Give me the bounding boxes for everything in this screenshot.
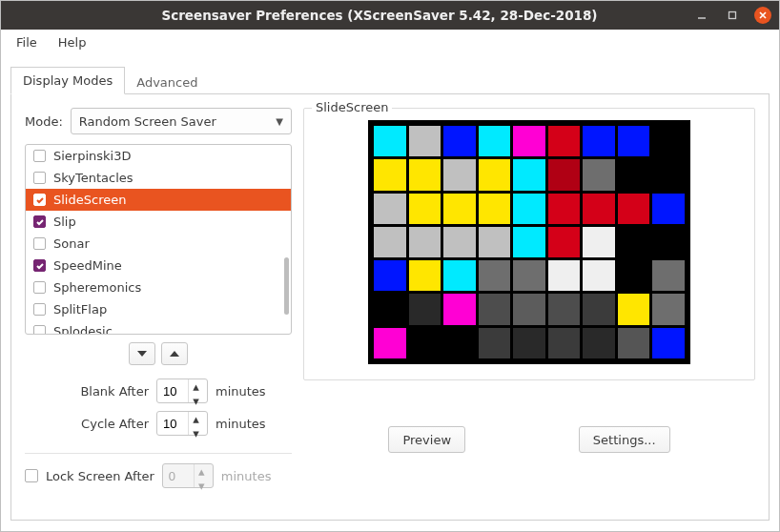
preview-tile (374, 294, 406, 324)
list-item-checkbox[interactable] (33, 325, 46, 334)
divider (25, 453, 292, 454)
blank-after-row: Blank After ▴▾ minutes (25, 379, 292, 403)
list-item-label: Slip (53, 215, 76, 229)
spin-down-icon[interactable]: ▾ (189, 426, 203, 440)
cycle-after-input[interactable] (157, 412, 188, 435)
preview-tile (652, 159, 685, 190)
list-item[interactable]: SlideScreen (26, 189, 291, 211)
menubar: File Help (1, 30, 779, 56)
preview-tile (652, 126, 685, 156)
menu-help[interactable]: Help (49, 31, 96, 53)
preview-tile (618, 159, 650, 190)
left-column: Mode: Random Screen Saver ▼ Sierpinski3D… (25, 108, 292, 510)
lock-screen-row: Lock Screen After ▴▾ minutes (25, 463, 292, 488)
preview-tile (583, 126, 615, 156)
blank-after-units: minutes (216, 384, 266, 399)
lock-screen-checkbox[interactable] (25, 469, 38, 482)
window-title: Screensaver Preferences (XScreenSaver 5.… (66, 8, 693, 23)
preview-tile (374, 260, 406, 291)
list-item[interactable]: Splodesic (26, 320, 291, 334)
lock-screen-spinner: ▴▾ (162, 463, 214, 488)
preview-tile (409, 328, 441, 358)
list-item[interactable]: SpeedMine (26, 255, 291, 276)
tab-content: Mode: Random Screen Saver ▼ Sierpinski3D… (10, 93, 770, 521)
blank-after-spinner[interactable]: ▴▾ (156, 379, 208, 403)
preview-tile (374, 194, 406, 224)
cycle-after-label: Cycle After (25, 417, 149, 431)
list-item[interactable]: Sierpinski3D (26, 145, 291, 167)
list-item-label: SpeedMine (53, 258, 122, 273)
list-item-checkbox[interactable] (33, 237, 46, 250)
svg-rect-1 (729, 12, 736, 19)
close-button[interactable] (754, 7, 771, 24)
preview-tile (443, 227, 476, 257)
blank-after-input[interactable] (157, 379, 188, 402)
spin-up-icon[interactable]: ▴ (189, 412, 203, 426)
preview-tile (618, 260, 650, 291)
spin-down-icon[interactable]: ▾ (189, 394, 203, 408)
screensaver-list[interactable]: Sierpinski3DSkyTentaclesSlideScreenSlipS… (25, 144, 292, 335)
list-item[interactable]: Sonar (26, 233, 291, 255)
list-item-checkbox[interactable] (33, 281, 46, 294)
mode-value: Random Screen Saver (79, 114, 216, 129)
list-item[interactable]: Slip (26, 211, 291, 233)
preview-tile (548, 328, 581, 358)
preview-tile (374, 126, 406, 156)
preview-tile (618, 328, 650, 358)
preview-tile (479, 294, 511, 324)
preview-tile (443, 328, 476, 358)
minimize-button[interactable] (693, 7, 710, 24)
menu-file[interactable]: File (7, 31, 47, 53)
tab-display-modes[interactable]: Display Modes (10, 67, 125, 94)
tab-advanced[interactable]: Advanced (125, 70, 209, 94)
spin-up-icon: ▴ (195, 464, 209, 479)
list-item-checkbox[interactable] (33, 194, 46, 206)
list-item-checkbox[interactable] (33, 215, 46, 228)
preview-thumbnail (368, 120, 690, 364)
preview-tile (513, 227, 545, 257)
mode-label: Mode: (25, 114, 63, 129)
preview-tile (548, 194, 581, 224)
list-item[interactable]: Spheremonics (26, 276, 291, 298)
list-item[interactable]: SkyTentacles (26, 167, 291, 189)
list-item-label: SplitFlap (53, 302, 107, 317)
preview-buttons: Preview Settings... (303, 426, 755, 453)
reorder-controls (25, 342, 292, 365)
lock-screen-units: minutes (221, 469, 272, 483)
preview-title: SlideScreen (312, 100, 392, 114)
preview-tile (374, 227, 406, 257)
list-item-checkbox[interactable] (33, 303, 46, 316)
preview-tile (409, 227, 441, 257)
preview-tile (443, 126, 476, 156)
list-item-label: Sierpinski3D (53, 149, 132, 163)
spin-up-icon[interactable]: ▴ (189, 379, 203, 394)
scrollbar-thumb[interactable] (284, 257, 289, 315)
settings-button[interactable]: Settings... (579, 426, 670, 453)
mode-combobox[interactable]: Random Screen Saver ▼ (71, 108, 292, 134)
titlebar: Screensaver Preferences (XScreenSaver 5.… (1, 1, 779, 30)
tabstrip: Display Modes Advanced (1, 66, 779, 94)
list-item-checkbox[interactable] (33, 150, 46, 162)
move-down-button[interactable] (129, 342, 155, 365)
preview-tile (652, 294, 685, 324)
preview-tile (443, 194, 476, 224)
maximize-button[interactable] (724, 7, 741, 24)
preview-tile (409, 126, 441, 156)
preview-tile (479, 159, 511, 190)
move-up-button[interactable] (161, 342, 188, 365)
mode-row: Mode: Random Screen Saver ▼ (25, 108, 292, 134)
preview-tile (583, 159, 615, 190)
svg-marker-4 (137, 351, 147, 357)
preview-tile (548, 260, 581, 291)
list-item-checkbox[interactable] (33, 259, 46, 272)
list-item-label: Sonar (53, 236, 90, 251)
blank-after-label: Blank After (25, 384, 149, 399)
cycle-after-spinner[interactable]: ▴▾ (156, 411, 208, 436)
preview-tile (479, 227, 511, 257)
preview-tile (618, 227, 650, 257)
preview-tile (374, 159, 406, 190)
list-item[interactable]: SplitFlap (26, 298, 291, 320)
preview-tile (548, 159, 581, 190)
preview-button[interactable]: Preview (388, 426, 465, 453)
list-item-checkbox[interactable] (33, 172, 46, 184)
